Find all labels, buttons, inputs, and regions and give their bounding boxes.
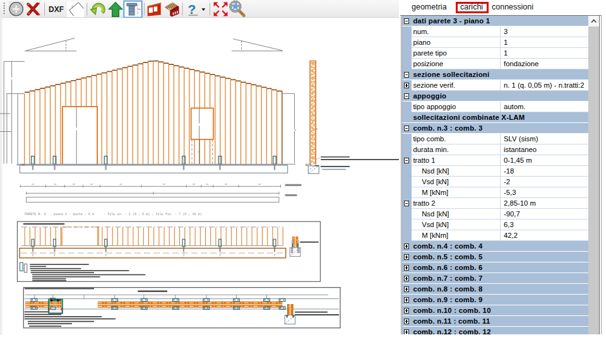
svg-text:PARETE N. 3 - piano 1 - quota: PARETE N. 3 - piano 1 - quota : 0 m - fi… — [25, 213, 202, 216]
svg-text:?: ? — [188, 2, 196, 16]
svg-text:DXF: DXF — [49, 5, 64, 14]
